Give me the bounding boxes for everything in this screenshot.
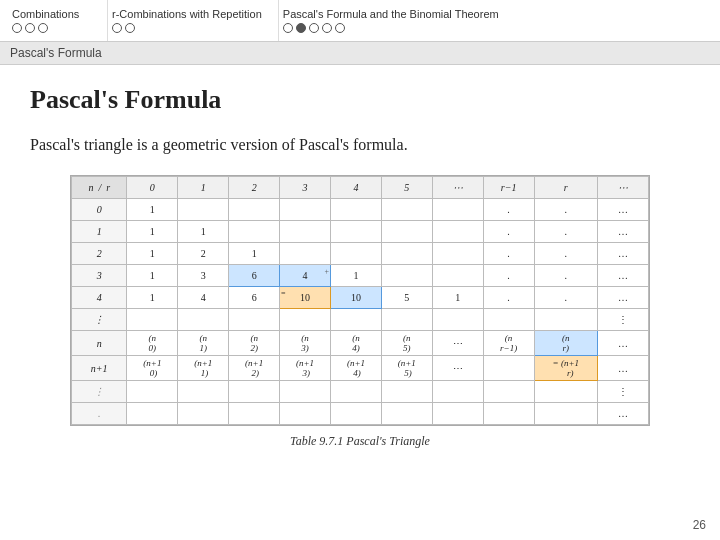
nav-dots-pascals <box>283 23 499 33</box>
cell-0-2 <box>229 199 280 221</box>
cell-4-0: 1 <box>127 287 178 309</box>
cell-p-4 <box>330 403 381 425</box>
cell-d-dots <box>432 381 483 403</box>
cell-1-3 <box>280 221 331 243</box>
nav-dot-p2 <box>296 23 306 33</box>
cell-n-2: (n2) <box>229 331 280 356</box>
cell-3-dots <box>432 265 483 287</box>
row-header-1: 1 <box>72 221 127 243</box>
nav-dots-r-combinations <box>112 23 262 33</box>
cell-0-3 <box>280 199 331 221</box>
cell-1-0: 1 <box>127 221 178 243</box>
col-header-r-1: r−1 <box>483 177 534 199</box>
cell-0-1 <box>178 199 229 221</box>
cell-n-5: (n5) <box>381 331 432 356</box>
nav-dot-p5 <box>335 23 345 33</box>
cell-p-3 <box>280 403 331 425</box>
cell-n-r-highlight: (nr) <box>534 331 597 356</box>
cell-v-3 <box>280 309 331 331</box>
cell-4-4-highlight: 10 <box>330 287 381 309</box>
pascal-table: n / r 0 1 2 3 4 5 ⋯ r−1 r ⋯ <box>71 176 649 425</box>
nav-section-r-combinations[interactable]: r-Combinations with Repetition <box>108 0 279 41</box>
table-row: 0 1 . . … <box>72 199 649 221</box>
cell-1-4 <box>330 221 381 243</box>
cell-n1-1: (n+1 1) <box>178 356 229 381</box>
nav-dot-p1 <box>283 23 293 33</box>
col-header-0: 0 <box>127 177 178 199</box>
cell-2-r: . <box>534 243 597 265</box>
cell-v-r1 <box>483 309 534 331</box>
cell-0-4 <box>330 199 381 221</box>
row-header-period: . <box>72 403 127 425</box>
cell-3-r1: . <box>483 265 534 287</box>
cell-v-0 <box>127 309 178 331</box>
col-header-2: 2 <box>229 177 280 199</box>
col-header-r: r <box>534 177 597 199</box>
table-caption: Table 9.7.1 Pascal's Triangle <box>290 434 430 449</box>
cell-v-2 <box>229 309 280 331</box>
cell-d-1 <box>178 381 229 403</box>
cell-3-3-highlight: 4 + <box>280 265 331 287</box>
cell-3-r: . <box>534 265 597 287</box>
cell-4-r: . <box>534 287 597 309</box>
cell-p-5 <box>381 403 432 425</box>
cell-2-r1: . <box>483 243 534 265</box>
cell-0-trail: … <box>598 199 649 221</box>
table-row: 1 1 1 . . … <box>72 221 649 243</box>
cell-d-r <box>534 381 597 403</box>
nav-dot-r2 <box>125 23 135 33</box>
cell-p-0 <box>127 403 178 425</box>
cell-n1-2: (n+1 2) <box>229 356 280 381</box>
table-row: 3 1 3 6 4 + 1 . . … <box>72 265 649 287</box>
cell-4-3-eq: = 10 <box>280 287 331 309</box>
cell-n-trail: … <box>598 331 649 356</box>
cell-p-r <box>534 403 597 425</box>
row-header-0: 0 <box>72 199 127 221</box>
table-container: n / r 0 1 2 3 4 5 ⋯ r−1 r ⋯ <box>30 175 690 449</box>
cell-n1-0: (n+1 0) <box>127 356 178 381</box>
nav-dot-r1 <box>112 23 122 33</box>
nav-section-pascals-formula[interactable]: Pascal's Formula and the Binomial Theore… <box>279 0 515 41</box>
cell-v-1 <box>178 309 229 331</box>
nav-section-combinations[interactable]: Combinations <box>8 0 108 41</box>
col-header-3: 3 <box>280 177 331 199</box>
col-header-1: 1 <box>178 177 229 199</box>
cell-4-6: 1 <box>432 287 483 309</box>
cell-1-1: 1 <box>178 221 229 243</box>
cell-v-5 <box>381 309 432 331</box>
page-number: 26 <box>693 518 706 532</box>
cell-2-1: 2 <box>178 243 229 265</box>
cell-v-4 <box>330 309 381 331</box>
nav-dot-p3 <box>309 23 319 33</box>
cell-1-2 <box>229 221 280 243</box>
cell-0-dots <box>432 199 483 221</box>
cell-1-dots <box>432 221 483 243</box>
cell-n-0: (n0) <box>127 331 178 356</box>
cell-n-3: (n3) <box>280 331 331 356</box>
cell-v-trail: ⋮ <box>598 309 649 331</box>
row-header-2: 2 <box>72 243 127 265</box>
table-row: ⋮ ⋮ <box>72 381 649 403</box>
cell-n1-r1 <box>483 356 534 381</box>
cell-4-5: 5 <box>381 287 432 309</box>
row-header-4: 4 <box>72 287 127 309</box>
cell-d-3 <box>280 381 331 403</box>
cell-2-3 <box>280 243 331 265</box>
subtitle-text: Pascal's triangle is a geometric version… <box>30 133 690 157</box>
cell-4-2: 6 <box>229 287 280 309</box>
cell-3-0: 1 <box>127 265 178 287</box>
table-row: 2 1 2 1 . . … <box>72 243 649 265</box>
breadcrumb: Pascal's Formula <box>0 42 720 65</box>
cell-3-1: 3 <box>178 265 229 287</box>
nav-section-r-combinations-title: r-Combinations with Repetition <box>112 8 262 20</box>
cell-4-1: 4 <box>178 287 229 309</box>
row-header-3: 3 <box>72 265 127 287</box>
nav-section-combinations-title: Combinations <box>12 8 91 20</box>
cell-1-r: . <box>534 221 597 243</box>
cell-2-5 <box>381 243 432 265</box>
cell-3-5 <box>381 265 432 287</box>
nav-dots-combinations <box>12 23 91 33</box>
table-header-corner: n / r <box>72 177 127 199</box>
col-header-4: 4 <box>330 177 381 199</box>
cell-v-dots <box>432 309 483 331</box>
